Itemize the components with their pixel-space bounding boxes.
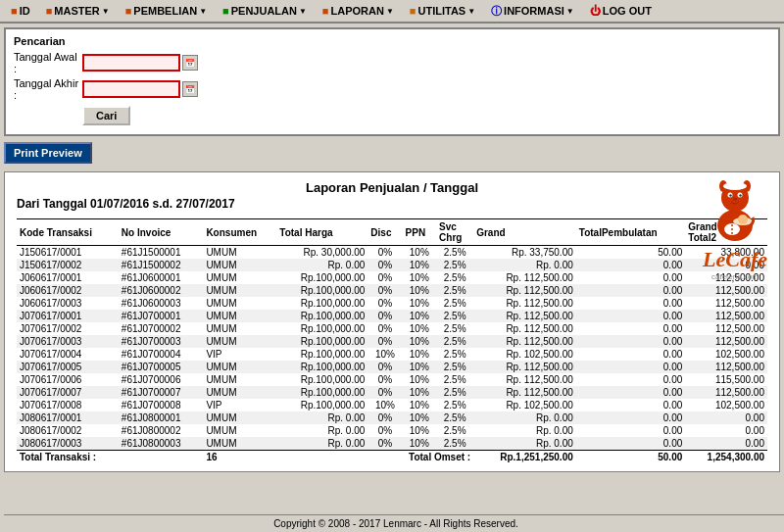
calendar-akhir-button[interactable]: 📅 [182,81,198,97]
table-cell: 2.5% [436,284,473,297]
table-cell: 10% [403,246,437,260]
table-cell: #61J0700006 [119,373,204,386]
table-cell: Rp. 112,500.00 [473,322,576,335]
nav-informasi[interactable]: ⓘ INFORMASI ▼ [484,1,581,22]
table-cell: VIP [203,399,276,411]
table-cell: 2.5% [436,373,473,386]
nav-laporan[interactable]: ■ LAPORAN ▼ [316,2,401,20]
table-row: J150617/0002#61J1500002UMUMRp. 0.000%10%… [17,259,767,271]
table-cell: Rp.100,000.00 [276,373,368,386]
table-cell: UMUM [203,297,276,310]
main-content: Pencarian Tanggal Awal : 📅 Tanggal Akhir… [0,24,784,532]
table-cell: 0.00 [576,271,686,284]
laporan-icon: ■ [322,5,329,17]
table-cell: 115,500.00 [685,373,767,386]
nav-penjualan[interactable]: ■ PENJUALAN ▼ [216,2,314,20]
nav-master[interactable]: ■ MASTER ▼ [39,2,117,20]
table-cell: 0% [368,259,402,271]
table-cell: J070617/0002 [17,322,119,335]
table-cell: 2.5% [436,399,473,411]
table-cell: Rp. 112,500.00 [473,271,576,284]
table-row: J150617/0001#61J1500001UMUMRp. 30,000.00… [17,246,767,260]
table-cell: #61J0700008 [119,399,204,411]
nav-id[interactable]: ■ ID [4,2,37,20]
table-cell: 10% [403,310,437,322]
table-cell: 0.00 [576,373,686,386]
nav-pembelian[interactable]: ■ PEMBELIAN ▼ [119,2,214,20]
calendar-awal-button[interactable]: 📅 [182,55,198,71]
navbar: ■ ID ■ MASTER ▼ ■ PEMBELIAN ▼ ■ PENJUALA… [0,0,784,24]
table-cell: J060617/0003 [17,297,119,310]
table-cell: 0.00 [576,259,686,271]
logo-text: LeCafe [703,247,767,272]
table-cell: 2.5% [436,322,473,335]
table-cell: 2.5% [436,246,473,260]
total-omset-label: Total Omset : [276,451,473,464]
nav-logout[interactable]: ⏻ LOG OUT [583,2,659,20]
table-cell: Rp.100,000.00 [276,322,368,335]
cari-button[interactable]: Cari [82,106,130,125]
table-cell: 0.00 [576,361,686,373]
print-preview-button[interactable]: Print Preview [4,142,92,164]
total-pembulatan: 50.00 [576,451,686,464]
table-cell: 2.5% [436,310,473,322]
table-cell: UMUM [203,322,276,335]
utilitas-icon: ■ [410,5,416,17]
table-cell: 2.5% [436,348,473,361]
table-cell: 10% [403,322,437,335]
table-cell: 0.00 [685,411,767,424]
table-cell: 2.5% [436,335,473,348]
table-cell: 0.00 [576,348,686,361]
nav-utilitas[interactable]: ■ UTILITAS ▼ [403,2,482,20]
table-cell: 2.5% [436,424,473,437]
svg-point-6 [733,198,737,201]
table-cell: 112,500.00 [685,361,767,373]
total-transaksi-label: Total Transaksi : [17,451,203,464]
report-table: Kode Transaksi No Invoice Konsumen Total… [17,218,767,463]
table-cell: J070617/0003 [17,335,119,348]
table-cell: 0% [368,335,402,348]
table-cell: 10% [403,271,437,284]
table-row: J070617/0006#61J0700006UMUMRp.100,000.00… [17,373,767,386]
tanggal-akhir-input[interactable] [82,80,180,98]
report-area: LeCafe cafeteria.com Laporan Penjualan /… [4,171,780,472]
table-cell: 102,500.00 [685,399,767,411]
col-header-disc: Disc [368,219,402,246]
table-cell: UMUM [203,386,276,399]
table-cell: Rp. 0.00 [276,411,368,424]
table-cell: Rp. 0.00 [276,259,368,271]
utilitas-arrow: ▼ [467,7,475,16]
table-cell: Rp. 112,500.00 [473,386,576,399]
table-cell: UMUM [203,259,276,271]
table-cell: J070617/0004 [17,348,119,361]
table-cell: 0% [368,284,402,297]
table-cell: #61J0600002 [119,284,204,297]
table-cell: J080617/0002 [17,424,119,437]
table-cell: Rp. 0.00 [473,437,576,451]
col-header-total: Total Harga [276,219,368,246]
table-cell: 0% [368,373,402,386]
col-header-konsumen: Konsumen [203,219,276,246]
table-cell: J060617/0002 [17,284,119,297]
table-cell: 10% [403,297,437,310]
table-cell: 0% [368,271,402,284]
table-cell: 0.00 [576,386,686,399]
table-cell: 112,500.00 [685,297,767,310]
svg-rect-10 [727,180,743,188]
table-cell: 10% [403,411,437,424]
master-icon: ■ [46,5,53,17]
table-cell: UMUM [203,284,276,297]
tanggal-awal-input[interactable] [82,54,180,72]
table-cell: UMUM [203,373,276,386]
table-cell: UMUM [203,246,276,260]
table-cell: 0.00 [576,297,686,310]
id-icon: ■ [11,5,18,17]
table-cell: #61J0800003 [119,437,204,451]
table-cell: Rp. 112,500.00 [473,373,576,386]
table-cell: 10% [403,361,437,373]
col-header-ppn: PPN [403,219,437,246]
laporan-arrow: ▼ [386,7,394,16]
table-cell: 2.5% [436,259,473,271]
table-cell: Rp. 0.00 [473,259,576,271]
table-cell: 0% [368,437,402,451]
